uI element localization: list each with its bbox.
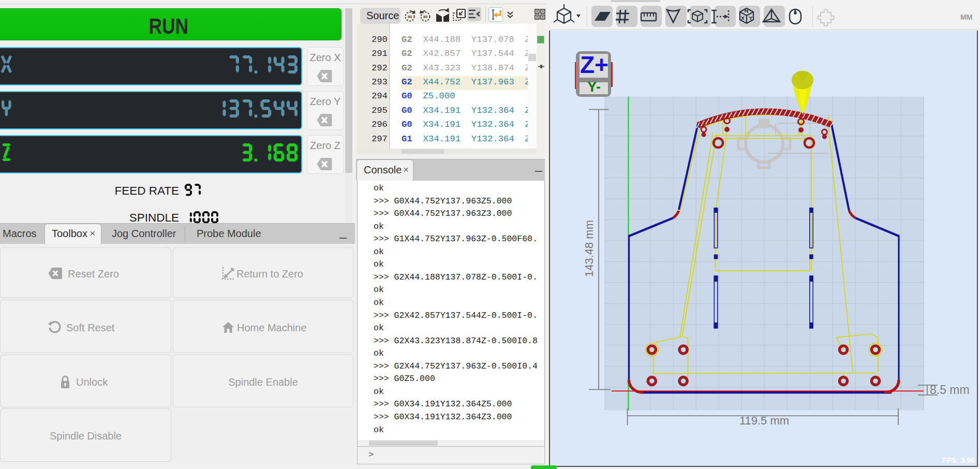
svg-text:119.5 mm: 119.5 mm bbox=[739, 414, 789, 427]
svg-text:FPS: 3.96: FPS: 3.96 bbox=[942, 456, 975, 464]
svg-text:8.5 mm: 8.5 mm bbox=[930, 383, 970, 397]
svg-text:143.48 mm: 143.48 mm bbox=[583, 220, 596, 277]
svg-text:90: 90 bbox=[408, 14, 412, 19]
svg-text:90: 90 bbox=[423, 14, 427, 19]
